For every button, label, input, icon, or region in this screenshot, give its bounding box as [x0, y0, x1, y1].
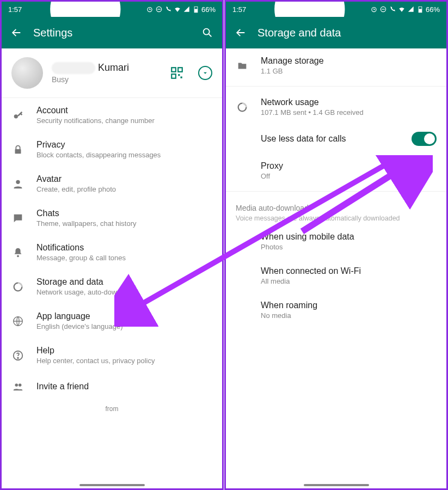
nav-pill[interactable]	[79, 484, 145, 486]
storage-item-manage[interactable]: Manage storage1.1 GB	[226, 48, 446, 83]
settings-list: Kumari Busy AccountSecurity notification…	[2, 48, 222, 488]
battery-icon	[416, 5, 424, 13]
profile-status: Busy	[52, 75, 161, 84]
avatar	[11, 57, 43, 89]
settings-item-chats[interactable]: ChatsTheme, wallpapers, chat history	[2, 201, 222, 235]
help-icon	[11, 349, 24, 362]
status-time: 1:57	[8, 5, 22, 14]
settings-item-privacy[interactable]: PrivacyBlock contacts, disappearing mess…	[2, 132, 222, 167]
search-icon[interactable]	[201, 27, 213, 39]
avatar-icon	[11, 177, 24, 191]
svg-rect-10	[181, 77, 182, 78]
app-bar: Settings	[2, 17, 222, 48]
status-time: 1:57	[232, 5, 246, 14]
svg-point-5	[204, 29, 210, 35]
svg-point-20	[19, 384, 21, 387]
svg-point-13	[16, 180, 20, 183]
section-media: Media auto-download Voice messages are a…	[226, 195, 446, 224]
useless-toggle[interactable]	[412, 132, 437, 146]
media-item-mobile[interactable]: When using mobile dataPhotos	[226, 224, 446, 259]
profile-row[interactable]: Kumari Busy	[2, 48, 222, 97]
status-icons: 66%	[146, 5, 216, 14]
data-usage-icon	[11, 280, 24, 293]
storage-item-network[interactable]: Network usage107.1 MB sent • 1.4 GB rece…	[226, 90, 446, 124]
status-bar: 1:57 66%	[2, 2, 222, 17]
battery-icon	[192, 5, 200, 13]
media-item-roaming[interactable]: When roamingNo media	[226, 293, 446, 327]
signal-icon	[407, 5, 415, 13]
svg-rect-6	[171, 68, 176, 72]
settings-item-notifications[interactable]: NotificationsMessage, group & call tones	[2, 235, 222, 270]
alarm-icon	[146, 5, 154, 13]
divider	[226, 191, 446, 192]
nav-pill[interactable]	[304, 484, 369, 486]
people-icon	[11, 380, 24, 393]
storage-list: Manage storage1.1 GB Network usage107.1 …	[226, 48, 446, 488]
alarm-icon	[370, 5, 378, 13]
svg-point-19	[15, 384, 19, 387]
app-bar: Storage and data	[226, 17, 446, 48]
settings-item-help[interactable]: HelpHelp center, contact us, privacy pol…	[2, 338, 222, 372]
status-bar: 1:57 66%	[226, 2, 446, 17]
signal-icon	[183, 5, 191, 13]
svg-rect-9	[178, 74, 180, 76]
settings-item-account[interactable]: AccountSecurity notifications, change nu…	[2, 98, 222, 132]
chat-icon	[11, 212, 24, 225]
svg-rect-25	[419, 9, 422, 12]
dnd-icon	[379, 5, 387, 13]
settings-item-language[interactable]: App languageEnglish (device's language)	[2, 304, 222, 338]
back-icon[interactable]	[10, 27, 22, 39]
bell-icon	[11, 246, 24, 259]
wifi-icon	[174, 5, 181, 13]
settings-item-avatar[interactable]: AvatarCreate, edit, profile photo	[2, 167, 222, 201]
footer-from: from	[2, 401, 222, 417]
svg-rect-12	[15, 149, 21, 154]
svg-rect-7	[178, 68, 182, 72]
data-usage-icon	[236, 101, 249, 114]
wifi-call-icon	[389, 5, 396, 13]
folder-icon	[236, 59, 249, 72]
battery-percent: 66%	[201, 5, 216, 14]
svg-point-18	[17, 357, 19, 358]
svg-point-14	[17, 255, 19, 257]
storage-item-useless[interactable]: Use less data for calls	[226, 124, 446, 154]
chevron-down-icon[interactable]	[198, 66, 212, 80]
globe-icon	[11, 315, 24, 328]
svg-point-11	[14, 114, 18, 118]
settings-item-invite[interactable]: Invite a friend	[2, 372, 222, 401]
media-item-wifi[interactable]: When connected on Wi-FiAll media	[226, 259, 446, 293]
storage-item-proxy[interactable]: ProxyOff	[226, 154, 446, 188]
app-bar-title: Settings	[33, 27, 191, 39]
dnd-icon	[155, 5, 163, 13]
svg-rect-8	[171, 74, 176, 78]
qr-icon[interactable]	[170, 66, 184, 80]
phone-right: 1:57 66% Storage and data Manage storage…	[224, 0, 448, 490]
battery-percent: 66%	[426, 5, 440, 14]
back-icon[interactable]	[235, 27, 247, 39]
wifi-call-icon	[164, 5, 172, 13]
divider	[226, 86, 446, 87]
profile-name: Kumari	[52, 62, 161, 74]
key-icon	[11, 109, 24, 122]
app-bar-title: Storage and data	[257, 27, 438, 39]
lock-icon	[11, 143, 24, 156]
phone-left: 1:57 66% Settings Kumari Busy	[0, 0, 224, 490]
svg-rect-4	[194, 9, 198, 12]
status-icons: 66%	[370, 5, 440, 14]
settings-item-storage[interactable]: Storage and dataNetwork usage, auto-down…	[2, 270, 222, 304]
wifi-icon	[398, 5, 406, 13]
